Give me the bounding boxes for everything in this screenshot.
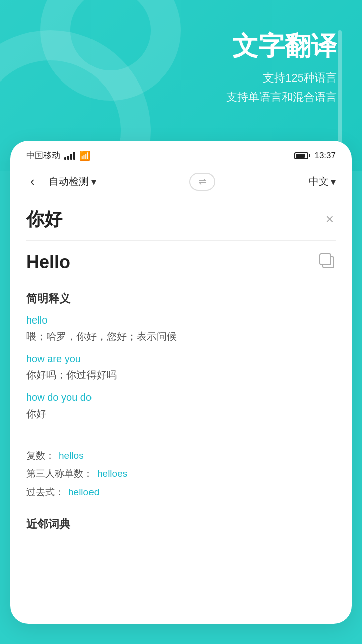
result-area: Hello <box>10 242 352 281</box>
plural-value[interactable]: hellos <box>59 450 84 461</box>
input-text[interactable]: 你好 <box>26 207 324 232</box>
swap-circle[interactable]: ⇌ <box>189 173 215 191</box>
swap-language-button[interactable]: ⇌ <box>96 173 309 191</box>
target-language-label: 中文 <box>309 175 329 188</box>
input-divider <box>26 240 336 241</box>
header-title: 文字翻译 <box>232 30 337 61</box>
target-language-selector[interactable]: 中文 ▾ <box>309 175 336 188</box>
def-term-2[interactable]: how are you <box>26 353 336 365</box>
third-person-form-row: 第三人称单数： helloes <box>26 467 336 480</box>
subtitle-line-1: 支持125种语言 <box>226 68 337 87</box>
status-bar: 中国移动 📶 13:37 <box>10 141 352 167</box>
def-meaning-3: 你好 <box>26 406 336 422</box>
result-text: Hello <box>26 252 336 273</box>
source-language-selector[interactable]: 自动检测 ▾ <box>49 175 96 188</box>
source-language-label: 自动检测 <box>49 175 89 188</box>
phone-card: 中国移动 📶 13:37 ‹ 自动检测 ▾ <box>10 141 352 624</box>
definition-entry-1: hello 喂；哈罗，你好，您好；表示问候 <box>26 314 336 344</box>
nav-bar: ‹ 自动检测 ▾ ⇌ 中文 ▾ <box>10 167 352 199</box>
clear-button[interactable]: × <box>324 209 336 229</box>
copy-icon <box>318 252 336 270</box>
past-value[interactable]: helloed <box>68 487 99 498</box>
third-person-value[interactable]: helloes <box>97 468 127 479</box>
definitions-area: 简明释义 hello 喂；哈罗，你好，您好；表示问候 how are you 你… <box>10 281 352 441</box>
status-right: 13:37 <box>294 151 336 161</box>
def-meaning-2: 你好吗；你过得好吗 <box>26 367 336 383</box>
copy-button[interactable] <box>318 252 336 272</box>
related-section-title: 近邻词典 <box>10 512 352 534</box>
time-label: 13:37 <box>314 151 336 161</box>
header-subtitle: 支持125种语言 支持单语言和混合语言 <box>226 68 337 106</box>
input-row: 你好 × <box>26 207 336 232</box>
swap-icon: ⇌ <box>199 176 206 187</box>
plural-label: 复数： <box>26 449 55 462</box>
status-left: 中国移动 📶 <box>26 150 90 162</box>
definition-entry-3: how do you do 你好 <box>26 392 336 422</box>
battery-icon <box>294 152 310 159</box>
def-meaning-1: 喂；哈罗，你好，您好；表示问候 <box>26 328 336 344</box>
definitions-title: 简明释义 <box>26 291 336 306</box>
word-forms-area: 复数： hellos 第三人称单数： helloes 过去式： helloed <box>10 441 352 512</box>
target-language-arrow: ▾ <box>331 176 336 188</box>
definition-entry-2: how are you 你好吗；你过得好吗 <box>26 353 336 383</box>
past-label: 过去式： <box>26 486 64 499</box>
wifi-icon: 📶 <box>79 150 90 162</box>
signal-icon <box>64 152 75 160</box>
third-person-label: 第三人称单数： <box>26 467 93 480</box>
svg-rect-1 <box>320 254 331 265</box>
input-area: 你好 × <box>10 199 352 242</box>
past-form-row: 过去式： helloed <box>26 486 336 499</box>
plural-form-row: 复数： hellos <box>26 449 336 462</box>
back-button[interactable]: ‹ <box>26 172 39 191</box>
def-term-1[interactable]: hello <box>26 314 336 326</box>
def-term-3[interactable]: how do you do <box>26 392 336 404</box>
carrier-label: 中国移动 <box>26 150 60 162</box>
subtitle-line-2: 支持单语言和混合语言 <box>226 88 337 106</box>
source-language-arrow: ▾ <box>91 176 96 188</box>
